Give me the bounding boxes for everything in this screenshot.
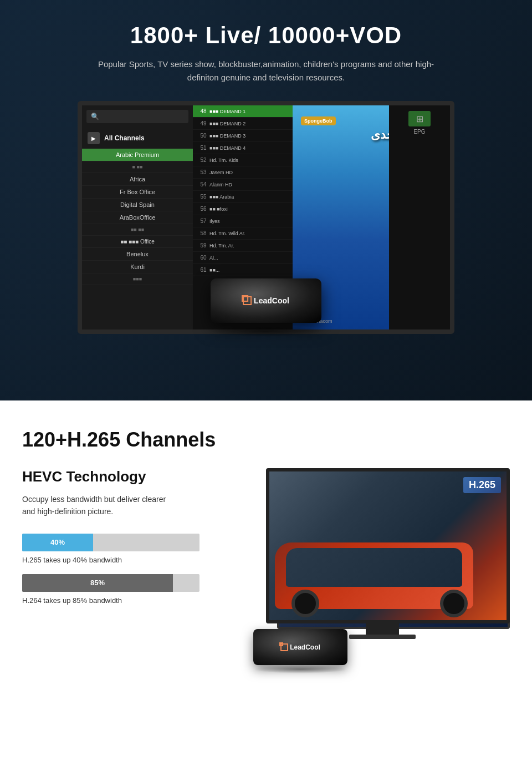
channel-digital-spain[interactable]: Digital Spain [82, 199, 193, 211]
channel-arabic-premium[interactable]: Arabic Premium [82, 149, 193, 161]
h265-bar-group: 40% H.265 takes up 40% bandwidth [22, 534, 200, 564]
hero-content: 1800+ Live/ 10000+VOD Popular Sports, TV… [11, 22, 521, 334]
channel-africa[interactable]: Africa [82, 173, 193, 186]
hevc-title: HEVC Technology [22, 468, 200, 485]
tv-sidebar: 🔍 ▶ All Channels Arabic Premium ■ ■■ Afr… [82, 105, 193, 329]
ch-row-49[interactable]: 49 ■■■ DEMAND 2 [193, 118, 293, 130]
h265-bar-fill: 40% [22, 534, 93, 551]
ch-row-50[interactable]: 50 ■■■ DEMAND 3 [193, 130, 293, 142]
h265-percent: 40% [50, 538, 65, 546]
stb-device: LeadCool [211, 278, 321, 345]
leadcool-icon [243, 296, 252, 305]
channel-sub3[interactable]: ■■■ [82, 273, 193, 285]
ch-row-59[interactable]: 59 Hd. Tm. Ar. [193, 240, 293, 252]
channel-list: Arabic Premium ■ ■■ Africa Fr Box Office… [82, 149, 193, 329]
car-background: H.265 [269, 471, 507, 620]
ch-row-58[interactable]: 58 Hd. Tm. Wild Ar. [193, 227, 293, 240]
hero-subtitle: Popular Sports, TV series show, blockbus… [89, 58, 443, 84]
h265-front-screen: H.265 [266, 468, 499, 618]
channel-fr-box-office[interactable]: Fr Box Office [82, 186, 193, 199]
hero-section: 1800+ Live/ 10000+VOD Popular Sports, TV… [0, 0, 532, 400]
tv-stand [366, 623, 399, 635]
h265-badge: H.265 [463, 477, 501, 493]
thumb-icon: ⊞ [408, 111, 431, 126]
ch-row-54[interactable]: 54 Alanm HD [193, 179, 293, 191]
hero-title: 1800+ Live/ 10000+VOD [11, 22, 521, 49]
tv-base [349, 635, 416, 639]
ch-row-61[interactable]: 61 ■■... [193, 264, 293, 276]
spongebob-logo: SpongeBob [301, 116, 336, 125]
h265-content: HEVC Technology Occupy less bandwidth bu… [22, 468, 510, 679]
h265-stb-device: LeadCool [253, 629, 347, 673]
search-icon: 🔍 [91, 113, 99, 120]
stb-logo: LeadCool [243, 296, 289, 305]
ch-row-60[interactable]: 60 Al... [193, 252, 293, 264]
h265-stb-logo: LeadCool [280, 643, 320, 651]
channel-sub1[interactable]: ■ ■■ [82, 161, 193, 173]
h265-stb-body: LeadCool [253, 629, 347, 665]
channel-sub2[interactable]: ■■ ■■ [82, 224, 193, 236]
h264-bar-group: 85% H.264 takes up 85% bandwidth [22, 574, 200, 605]
ch-row-55[interactable]: 55 ■■■ Arabia [193, 191, 293, 203]
h264-progress-container: 85% [22, 574, 200, 592]
h264-bar-fill: 85% [22, 574, 173, 592]
ch-row-51[interactable]: 51 ■■■ DEMAND 4 [193, 142, 293, 154]
h265-tv-screen: H.265 [266, 468, 510, 623]
h265-section: 120+H.265 Channels HEVC Technology Occup… [0, 400, 532, 701]
channel-office[interactable]: ■■ ■■■ Office [82, 236, 193, 248]
thumb-label: EPG [413, 129, 425, 135]
channel-araboxoffice[interactable]: AraBoxOffice [82, 211, 193, 224]
h265-title: 120+H.265 Channels [22, 428, 510, 452]
hevc-desc: Occupy less bandwidth but deliver cleare… [22, 493, 177, 518]
channel-kurdi[interactable]: Kurdi [82, 261, 193, 273]
all-channels-label: All Channels [104, 134, 145, 142]
ch-row-52[interactable]: 52 Hd. Tm. Kids [193, 154, 293, 166]
ch-row-53[interactable]: 53 Jasem HD [193, 166, 293, 179]
play-button[interactable]: ▶ [88, 132, 100, 144]
h265-stb-shadow [253, 665, 347, 673]
tv-search-bar[interactable]: 🔍 [86, 110, 188, 123]
all-channels-row[interactable]: ▶ All Channels [82, 128, 193, 149]
ch-row-48[interactable]: 48 ■■■ DEMAND 1 [193, 105, 293, 118]
h265-bar-label: H.265 takes up 40% bandwidth [22, 556, 200, 564]
stb-shadow [211, 326, 321, 337]
ch-row-56[interactable]: 56 ■■ ■foxi [193, 203, 293, 215]
thumbnail-area: ⊞ EPG [389, 105, 450, 329]
ch-row-57[interactable]: 57 Ilyes [193, 215, 293, 227]
h265-left-panel: HEVC Technology Occupy less bandwidth bu… [22, 468, 200, 615]
stb-body: LeadCool [211, 278, 321, 323]
channel-benelux[interactable]: Benelux [82, 248, 193, 261]
h264-bar-label: H.264 takes up 85% bandwidth [22, 596, 200, 605]
h265-progress-container: 40% [22, 534, 200, 551]
h264-percent: 85% [90, 579, 105, 587]
tv-screen-container: 🔍 ▶ All Channels Arabic Premium ■ ■■ Afr… [78, 101, 454, 334]
h265-right-panel: Loading... H.265 [211, 468, 510, 679]
